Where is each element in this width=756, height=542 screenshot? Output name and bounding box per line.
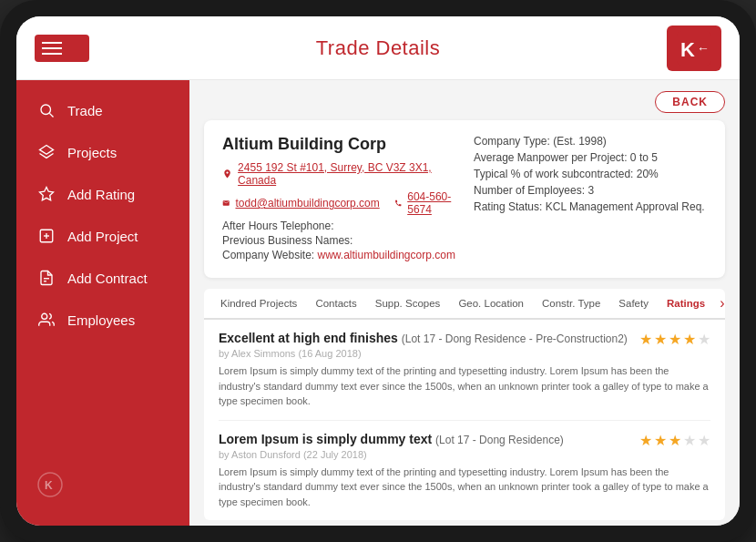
company-name: Altium Building Corp (222, 135, 455, 154)
company-website-row: Company Website: www.altiumbuildingcorp.… (222, 249, 455, 261)
company-phone[interactable]: 604-560-5674 (407, 190, 455, 216)
review-1-stars: ★ ★ ★ ★ ★ (639, 331, 710, 348)
tabs-bar: Kindred Projects Contacts Supp. Scopes G… (204, 289, 725, 320)
svg-marker-5 (40, 146, 54, 155)
search-icon (36, 100, 56, 120)
subcontracted: Typical % of work subcontracted: 20% (474, 168, 707, 180)
review-2-body: Lorem Ipsum is simply dummy text of the … (219, 465, 710, 510)
avg-manpower: Average Manpower per Project: 0 to 5 (474, 151, 707, 164)
layers-icon (36, 142, 56, 162)
email-icon (222, 198, 230, 209)
svg-line-4 (49, 113, 53, 117)
tab-geo-location[interactable]: Geo. Location (449, 289, 533, 318)
svg-text:K: K (680, 38, 695, 61)
svg-point-12 (42, 313, 47, 319)
sidebar: Trade Projects (16, 80, 189, 526)
reviews-container: Excellent at high end finishes (Lot 17 -… (204, 320, 725, 520)
tab-supp-scopes[interactable]: Supp. Scopes (366, 289, 450, 318)
company-address[interactable]: 2455 192 St #101, Surrey, BC V3Z 3X1, Ca… (238, 161, 455, 187)
logo: K ← (667, 26, 721, 71)
sidebar-item-add-project[interactable]: Add Project (16, 215, 189, 257)
review-2-title: Lorem Ipsum is simply dummy text (219, 432, 432, 446)
page-title: Trade Details (316, 36, 441, 60)
svg-marker-6 (40, 188, 54, 200)
sidebar-item-projects[interactable]: Projects (16, 131, 189, 173)
svg-text:K: K (45, 479, 53, 492)
users-icon (36, 310, 56, 330)
after-hours: After Hours Telephone: (222, 220, 455, 232)
review-1-date: (16 Aug 2018) (298, 348, 361, 359)
location-icon (222, 169, 232, 179)
file-icon (36, 268, 56, 288)
phone-icon (394, 198, 402, 209)
company-type: Company Type: (Est. 1998) (474, 135, 707, 148)
num-employees: Number of Employees: 3 (474, 184, 707, 197)
sidebar-label-add-project: Add Project (67, 229, 138, 244)
sidebar-item-trade[interactable]: Trade (16, 89, 189, 131)
sidebar-label-add-rating: Add Rating (67, 187, 135, 202)
sidebar-item-add-contract[interactable]: Add Contract (16, 257, 189, 299)
review-1-body: Lorem Ipsum is simply dummy text of the … (219, 363, 710, 409)
tab-safety[interactable]: Safety (609, 289, 658, 318)
sidebar-item-add-rating[interactable]: Add Rating (16, 173, 189, 215)
plus-square-icon (36, 226, 56, 246)
tab-contacts[interactable]: Contacts (306, 289, 365, 318)
svg-point-3 (41, 105, 51, 115)
tab-ratings[interactable]: Ratings (658, 289, 714, 318)
review-2-lot-tag: (Lot 17 - Dong Residence) (435, 434, 564, 446)
review-item: Excellent at high end finishes (Lot 17 -… (219, 320, 710, 421)
sidebar-label-add-contract: Add Contract (67, 271, 148, 286)
tab-kindred-projects[interactable]: Kindred Projects (211, 289, 306, 318)
header: Trade Details K ← (16, 16, 740, 80)
content-area: BACK Altium Building Corp 2455 192 St #1… (189, 80, 740, 526)
sidebar-label-projects: Projects (67, 145, 117, 160)
review-2-author: by Aston Dunsford (219, 449, 301, 460)
review-1-lot-tag: (Lot 17 - Dong Residence - Pre-Construct… (402, 332, 628, 345)
sidebar-bottom-logo: K (16, 456, 189, 516)
previous-names: Previous Business Names: (222, 234, 455, 247)
review-item: Lorem Ipsum is simply dummy text (Lot 17… (219, 421, 710, 521)
review-1-author: by Alex Simmons (219, 348, 295, 359)
company-email[interactable]: todd@altiumbuildingcorp.com (235, 197, 379, 210)
review-2-stars: ★ ★ ★ ★ ★ (639, 432, 710, 449)
rating-status: Rating Status: KCL Management Approval R… (474, 200, 707, 213)
svg-text:←: ← (697, 41, 709, 56)
sidebar-item-employees[interactable]: Employees (16, 299, 189, 341)
tab-constr-type[interactable]: Constr. Type (533, 289, 609, 318)
sidebar-label-trade: Trade (67, 103, 103, 118)
sidebar-label-employees: Employees (67, 312, 135, 328)
tabs-right-arrow[interactable]: › (714, 295, 725, 312)
company-card: Altium Building Corp 2455 192 St #101, S… (204, 120, 725, 278)
star-icon (36, 184, 56, 204)
company-website[interactable]: www.altiumbuildingcorp.com (318, 249, 455, 261)
review-1-title: Excellent at high end finishes (219, 331, 398, 345)
review-2-date: (22 July 2018) (303, 449, 367, 460)
back-button[interactable]: BACK (655, 91, 725, 113)
hamburger-menu[interactable] (35, 35, 89, 62)
